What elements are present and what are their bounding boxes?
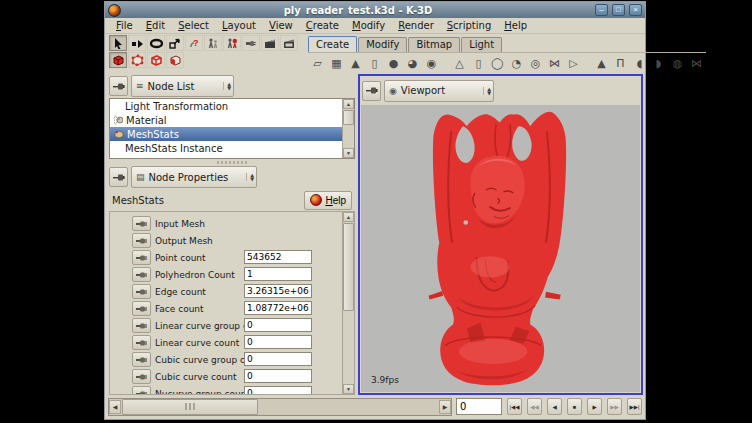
node-list-item-meshstats-instance[interactable]: MeshStats Instance — [110, 141, 343, 155]
cubic-curve-count-field[interactable] — [244, 369, 312, 383]
help-button[interactable]: Help — [304, 191, 352, 210]
output-mesh-plug-button[interactable] — [132, 233, 151, 248]
timeline-left-icon[interactable]: ◀ — [109, 400, 121, 414]
scrollbar-thumb[interactable] — [343, 223, 354, 311]
tab-bitmap[interactable]: Bitmap — [408, 37, 460, 52]
menu-file[interactable]: File — [110, 19, 139, 32]
node-list-scrollbar[interactable]: ▲ ▼ — [342, 99, 354, 158]
cylinder-icon[interactable]: ▯ — [365, 55, 384, 72]
cone-icon[interactable]: ▲ — [346, 55, 365, 72]
cubic-curve-group-count-plug-button[interactable] — [132, 352, 151, 367]
fast-forward-button[interactable]: ▶▶ — [607, 398, 622, 415]
scroll-up-icon[interactable]: ▲ — [343, 212, 354, 222]
close-button[interactable]: × — [629, 4, 642, 16]
polyhedron-count-plug-button[interactable] — [132, 267, 151, 282]
nurbs-sphere-icon[interactable]: ◍ — [668, 55, 687, 72]
sphere-icon[interactable]: ● — [384, 55, 403, 72]
cubic-curve-group-count-field[interactable] — [244, 352, 312, 366]
viewport-combo[interactable]: ◉ Viewport ▲▼ — [384, 80, 494, 102]
cubic-curve-count-plug-button[interactable] — [132, 369, 151, 384]
move-tool-button[interactable] — [128, 35, 146, 51]
nurbs-bowtie-icon[interactable]: ⋈ — [687, 55, 706, 72]
menu-edit[interactable]: Edit — [140, 19, 171, 32]
torus-icon[interactable]: ◉ — [422, 55, 441, 72]
input-mesh-plug-button[interactable] — [132, 216, 151, 231]
play-button[interactable]: ▶ — [587, 398, 602, 415]
node-list-combo[interactable]: ≡ Node List ▲▼ — [131, 75, 234, 97]
menu-select[interactable]: Select — [172, 19, 215, 32]
linear-curve-group-count-field[interactable] — [244, 318, 312, 332]
stop-button[interactable]: ■ — [567, 398, 582, 415]
node-list-item-material[interactable]: Material — [110, 113, 343, 127]
timeline-right-icon[interactable]: ▶ — [439, 400, 451, 414]
quadric-sphere-icon[interactable]: ◯ — [488, 55, 507, 72]
properties-scrollbar[interactable]: ▲ ▼ — [342, 212, 354, 394]
scale-tool-button[interactable] — [166, 35, 184, 51]
viewport-canvas[interactable]: 3.9fps — [361, 105, 640, 392]
scroll-down-icon[interactable]: ▼ — [343, 148, 354, 158]
node-list-pin-button[interactable] — [109, 76, 128, 96]
select-nodes-mode-button[interactable] — [109, 52, 127, 68]
nurbs-pipe-icon[interactable]: Π — [611, 55, 630, 72]
select-tool-button[interactable] — [109, 35, 127, 51]
quadric-hemisphere-icon[interactable]: ◔ — [507, 55, 526, 72]
linear-curve-count-plug-button[interactable] — [132, 335, 151, 350]
titlebar[interactable]: ply_reader_test.k3d - K-3D – □ × — [105, 2, 645, 18]
node-properties-pin-button[interactable] — [109, 167, 128, 187]
node-list-item-meshstats[interactable]: MeshStats — [110, 127, 343, 141]
edge-count-plug-button[interactable] — [132, 284, 151, 299]
edge-count-field[interactable] — [244, 284, 312, 298]
nurbs-cone-icon[interactable]: ▲ — [592, 55, 611, 72]
quadric-hyperboloid-icon[interactable]: ⋈ — [545, 55, 564, 72]
rotate-tool-button[interactable] — [147, 35, 165, 51]
snap-tool-button[interactable]: ? — [185, 35, 203, 51]
tab-light[interactable]: Light — [461, 37, 502, 52]
linear-curve-count-field[interactable] — [244, 335, 312, 349]
poly-grid-icon[interactable]: ▦ — [327, 55, 346, 72]
frame-number-field[interactable] — [456, 398, 502, 415]
timeline-scrollbar[interactable]: ◀ ▶ — [108, 398, 452, 416]
face-count-plug-button[interactable] — [132, 301, 151, 316]
nucurve-group-count-field[interactable] — [244, 386, 312, 395]
sphere-segments-icon[interactable]: ◕ — [403, 55, 422, 72]
nucurve-group-count-plug-button[interactable] — [132, 386, 151, 395]
node-list-item-light-transformation[interactable]: Light Transformation — [110, 99, 343, 113]
quadric-cylinder-icon[interactable]: ▯ — [469, 55, 488, 72]
parent-tool-button[interactable] — [204, 35, 222, 51]
menu-scripting[interactable]: Scripting — [441, 19, 497, 32]
render-frame-button[interactable] — [280, 35, 298, 51]
face-count-field[interactable] — [244, 301, 312, 315]
menu-view[interactable]: View — [263, 19, 299, 32]
timeline-thumb[interactable] — [122, 399, 258, 415]
quadric-disk-icon[interactable]: ◎ — [526, 55, 545, 72]
menu-layout[interactable]: Layout — [216, 19, 262, 32]
scrollbar-thumb[interactable] — [343, 110, 354, 125]
node-properties-combo[interactable]: ▤ Node Properties ▲▼ — [131, 166, 257, 188]
select-lines-mode-button[interactable] — [147, 52, 165, 68]
nurbs-half-left-icon[interactable]: ◖ — [630, 55, 649, 72]
maximize-button[interactable]: □ — [612, 4, 625, 16]
viewport-pin-button[interactable] — [362, 81, 381, 101]
point-count-field[interactable] — [244, 250, 312, 264]
go-to-end-button[interactable]: ▶▶| — [627, 398, 642, 415]
tab-modify[interactable]: Modify — [358, 37, 407, 52]
tab-create[interactable]: Create — [308, 36, 357, 52]
linear-curve-group-count-plug-button[interactable] — [132, 318, 151, 333]
scroll-up-icon[interactable]: ▲ — [343, 99, 354, 109]
polyhedron-count-field[interactable] — [244, 267, 312, 281]
nurbs-half-right-icon[interactable]: ◗ — [649, 55, 668, 72]
scroll-down-icon[interactable]: ▼ — [343, 384, 354, 394]
cube-icon[interactable]: ▱ — [308, 55, 327, 72]
select-faces-mode-button[interactable] — [166, 52, 184, 68]
select-points-mode-button[interactable] — [128, 52, 146, 68]
rewind-button[interactable]: ◀◀ — [527, 398, 542, 415]
quadric-cone-icon[interactable]: △ — [450, 55, 469, 72]
disconnect-tool-button[interactable] — [242, 35, 260, 51]
point-count-plug-button[interactable] — [132, 250, 151, 265]
menu-render[interactable]: Render — [392, 19, 440, 32]
minimize-button[interactable]: – — [595, 4, 608, 16]
unparent-tool-button[interactable] — [223, 35, 241, 51]
menu-create[interactable]: Create — [300, 19, 345, 32]
go-to-start-button[interactable]: |◀◀ — [507, 398, 522, 415]
menu-help[interactable]: Help — [498, 19, 533, 32]
